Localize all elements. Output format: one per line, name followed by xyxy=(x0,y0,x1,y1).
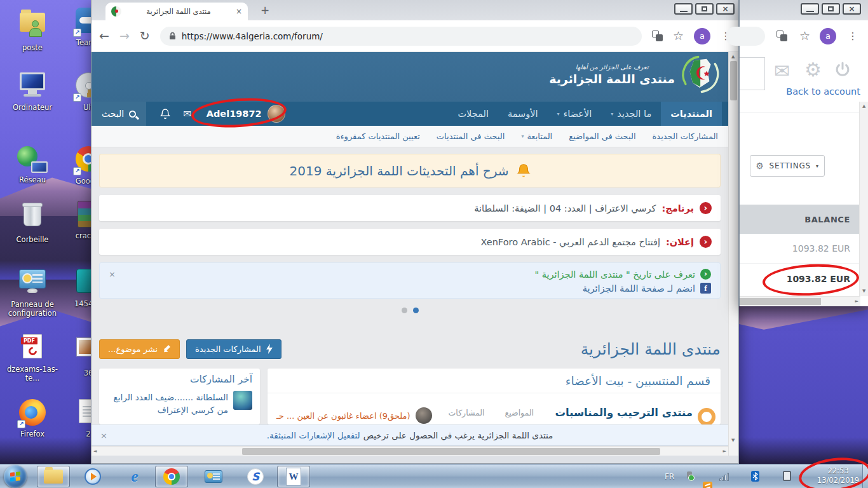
forward-button[interactable]: → xyxy=(119,30,130,42)
lock-icon xyxy=(169,32,176,40)
address-bar[interactable]: https://www.4algeria.com/forum/ xyxy=(160,27,642,46)
partial-input-box[interactable] xyxy=(740,57,765,90)
java-update-icon[interactable] xyxy=(703,482,712,488)
start-button[interactable] xyxy=(4,465,27,488)
taskbar-explorer-button[interactable] xyxy=(37,466,70,487)
gear-icon[interactable]: ⚙ xyxy=(804,58,822,81)
updates-banner[interactable]: شرح أهم التحديثات اللمة الجزائرية 2019 xyxy=(99,154,721,187)
taskbar-display-settings-button[interactable] xyxy=(197,466,230,487)
show-desktop-button[interactable] xyxy=(862,464,868,488)
scroll-left-icon[interactable]: ◄ xyxy=(93,449,97,454)
horizontal-scrollbar[interactable]: ► xyxy=(740,296,860,306)
subnav-search-forums[interactable]: البحث في المنتديات xyxy=(437,132,505,141)
scroll-up-icon[interactable]: ▲ xyxy=(731,55,735,59)
category-title[interactable]: قسم المنتسبين - بيت الأعضاء xyxy=(268,369,721,393)
taskbar-spark-browser-button[interactable]: S xyxy=(239,466,272,487)
scroll-down-icon[interactable]: ▼ xyxy=(731,438,735,443)
scrollbar-thumb[interactable] xyxy=(730,61,737,100)
nav-tab-forums[interactable]: المنتديات xyxy=(661,102,722,126)
scroll-down-icon[interactable]: ▼ xyxy=(862,289,865,294)
search-button[interactable]: البحث xyxy=(92,102,146,126)
inbox-envelope-icon[interactable]: ✉ xyxy=(183,108,191,119)
translate-icon[interactable] xyxy=(652,30,663,41)
desktop-icon-reseau[interactable]: Réseau xyxy=(5,145,60,184)
shortcut-arrow-icon: ↗ xyxy=(17,420,25,428)
new-posts-button[interactable]: المشاركات الجديدة xyxy=(186,339,281,359)
bluetooth-icon[interactable] xyxy=(751,471,759,482)
reload-button[interactable]: ↻ xyxy=(140,30,150,42)
scroll-right-icon[interactable]: ► xyxy=(855,299,858,304)
carousel-dot[interactable] xyxy=(402,308,407,313)
forum-node-row[interactable]: منتدى الترحيب والمناسبات المواضيع المشار… xyxy=(268,393,721,424)
browser-menu-icon[interactable]: ⋮ xyxy=(848,31,858,41)
announcement-row[interactable]: ‹ برنامج: كرسي الاعتراف | العدد: 04 | ال… xyxy=(99,195,721,221)
scrollbar-thumb[interactable] xyxy=(242,448,660,455)
back-button[interactable]: ← xyxy=(99,30,109,42)
alerts-bell-icon[interactable] xyxy=(160,109,170,119)
network-signal-icon[interactable] xyxy=(719,472,729,481)
removable-device-icon[interactable] xyxy=(783,471,791,481)
nav-tab-magazines[interactable]: المجلات xyxy=(448,102,498,126)
close-button[interactable]: × xyxy=(843,3,861,15)
taskbar-chrome-button[interactable] xyxy=(155,466,188,487)
translate-icon[interactable] xyxy=(776,30,787,41)
address-bar[interactable] xyxy=(726,27,765,46)
language-indicator[interactable]: FR xyxy=(665,472,674,481)
horizontal-scrollbar[interactable]: ◄ ► xyxy=(92,446,728,456)
minimize-button[interactable] xyxy=(801,3,819,15)
browser-tab[interactable]: منتدى اللمة الجزائرية × xyxy=(105,3,248,20)
taskbar-internet-explorer-button[interactable]: e xyxy=(118,466,151,487)
mail-envelope-icon[interactable]: ✉ xyxy=(774,60,790,82)
post-thread-button[interactable]: نشر موضوع... xyxy=(99,339,180,359)
subnav-mark-read[interactable]: تعيين المنتديات كمقروءة xyxy=(336,132,420,141)
last-post-title[interactable]: (ملحق9) اعضاء غائبون عن العين ... حـ xyxy=(276,411,410,421)
desktop-icon-poste[interactable]: poste xyxy=(5,6,60,52)
vertical-scrollbar[interactable]: ▲ ▼ xyxy=(728,52,738,456)
nav-tab-members[interactable]: الأعضاء▾ xyxy=(548,102,602,126)
bookmark-star-icon[interactable]: ☆ xyxy=(673,30,684,42)
forum-logo[interactable]: تعرف على الجزائر من أهلها منتدى اللمة ال… xyxy=(549,55,721,94)
close-button[interactable]: × xyxy=(716,3,735,15)
scroll-up-icon[interactable]: ▲ xyxy=(862,104,865,109)
usb-device-icon[interactable] xyxy=(685,471,695,481)
taskbar-media-player-button[interactable] xyxy=(76,466,109,487)
vertical-scrollbar[interactable]: ▲ ▼ xyxy=(859,102,868,296)
desktop-icon-ordinateur[interactable]: Ordinateur xyxy=(5,71,60,112)
desktop-icon-dzexams-pdf[interactable]: PDF dzexams-1as-te... xyxy=(5,333,60,383)
subnav-search-threads[interactable]: البحث في المواضيع xyxy=(569,132,635,141)
announcement-row[interactable]: ‹ إعلان: إفتتاح مجتمع الدعم العربي - Xen… xyxy=(99,229,721,255)
facebook-link[interactable]: f انضم لـ صفحة اللمة الجزائرية xyxy=(109,283,711,294)
nav-tab-medals[interactable]: الأوسمة xyxy=(498,102,548,126)
tab-close-icon[interactable]: × xyxy=(236,7,242,16)
power-icon[interactable] xyxy=(834,61,851,79)
back-to-account-link[interactable]: Back to account xyxy=(786,86,860,97)
maximize-button[interactable] xyxy=(822,3,840,15)
announcement-prefix: برنامج: xyxy=(661,203,694,214)
history-link[interactable]: ‹ تعرف على تاريخ " منتدى اللمة الجزائرية… xyxy=(109,269,711,280)
close-icon[interactable]: × xyxy=(109,269,116,279)
system-clock[interactable]: 22:53 13/02/2019 xyxy=(816,466,860,485)
browser-profile-avatar[interactable]: a xyxy=(820,28,836,44)
scroll-right-icon[interactable]: ► xyxy=(723,449,726,454)
forum-node-title[interactable]: منتدى الترحيب والمناسبات xyxy=(555,407,693,419)
bookmark-star-icon[interactable]: ☆ xyxy=(799,30,810,42)
subnav-new-posts[interactable]: المشاركات الجديدة xyxy=(653,132,719,141)
new-tab-button[interactable]: + xyxy=(257,4,273,17)
desktop-icon-panneau-configuration[interactable]: Panneau de configuration xyxy=(5,267,60,318)
desktop-icon-corbeille[interactable]: Corbeille xyxy=(5,200,60,244)
maximize-button[interactable] xyxy=(695,3,714,15)
logged-in-username[interactable]: Adel19872 xyxy=(207,109,262,119)
close-icon[interactable]: × xyxy=(100,431,107,440)
browser-profile-avatar[interactable]: a xyxy=(694,28,710,44)
carousel-dot-active[interactable] xyxy=(413,308,419,313)
scrollbar-thumb[interactable] xyxy=(740,298,821,305)
desktop-icon-firefox[interactable]: ↗ Firefox xyxy=(5,398,60,438)
minimize-button[interactable] xyxy=(674,3,693,15)
taskbar-word-button[interactable]: W xyxy=(277,466,310,487)
settings-button[interactable]: ⚙ SETTINGS ▾ xyxy=(750,155,825,177)
nav-tab-whats-new[interactable]: ما الجديد▾ xyxy=(601,102,661,126)
push-enable-link[interactable]: لتفعيل الإشعارات المنبثقة. xyxy=(267,430,360,440)
subnav-following[interactable]: المتابعة▾ xyxy=(521,132,552,141)
user-avatar[interactable] xyxy=(268,105,285,123)
latest-post-item[interactable]: السلطانة .......ضيف العدد الرابع من كرسي… xyxy=(107,391,252,417)
